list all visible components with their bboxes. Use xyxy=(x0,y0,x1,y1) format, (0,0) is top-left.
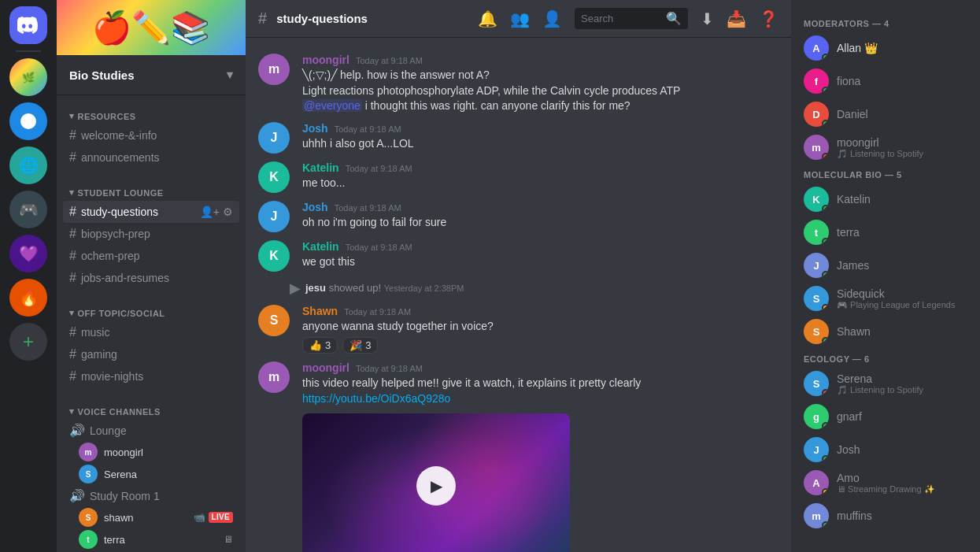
section-student-lounge[interactable]: ▾ STUDENT LOUNGE xyxy=(63,184,239,201)
member-amo[interactable]: A Amo 🖥 Streaming Drawing ✨ xyxy=(797,466,974,499)
channel-ochem-prep[interactable]: # ochem-prep xyxy=(63,245,239,267)
message-author[interactable]: Shawn xyxy=(302,305,338,317)
voice-user-shawn[interactable]: S shawn 📹 LIVE xyxy=(63,506,239,528)
play-button[interactable]: ▶ xyxy=(416,466,456,506)
channel-study-questions[interactable]: # study-questions 👤+ ⚙ xyxy=(63,201,239,223)
message-group: J Josh Today at 9:18 AM oh no i'm going … xyxy=(246,198,791,235)
message-author[interactable]: Katelin xyxy=(302,161,339,174)
message-author[interactable]: Katelin xyxy=(302,240,339,253)
hash-icon: # xyxy=(69,325,76,339)
channel-music[interactable]: # music xyxy=(63,321,239,343)
message-content: Katelin Today at 9:18 AM we got this xyxy=(302,240,778,272)
member-fiona[interactable]: f fiona xyxy=(797,65,974,98)
download-icon[interactable]: ⬇ xyxy=(701,9,714,28)
hash-icon: # xyxy=(69,271,76,285)
server-icon-3[interactable]: 🌐 xyxy=(9,146,47,184)
help-icon[interactable]: ❓ xyxy=(759,9,778,28)
message-author[interactable]: Josh xyxy=(302,122,328,135)
channel-name: study-questions xyxy=(276,12,368,25)
voice-user-serena[interactable]: S Serena xyxy=(63,463,239,485)
channel-jobs-and-resumes[interactable]: # jobs-and-resumes xyxy=(63,267,239,289)
server-name: Bio Studies xyxy=(69,69,135,82)
voice-user-terra[interactable]: t terra 🖥 xyxy=(63,528,239,550)
member-gnarf[interactable]: g gnarf xyxy=(797,400,974,433)
search-box[interactable]: 🔍 xyxy=(575,8,688,29)
member-activity: 🎵 Listening to Spotify xyxy=(837,385,967,395)
discord-home-icon[interactable] xyxy=(9,6,47,44)
search-icon: 🔍 xyxy=(666,11,682,26)
video-link[interactable]: https://youtu.be/OiDx6aQ928o xyxy=(302,392,450,405)
avatar: t xyxy=(79,530,98,549)
message-group: K Katelin Today at 9:18 AM we got this xyxy=(246,237,791,275)
message-group: m moongirl Today at 9:18 AM this video r… xyxy=(246,358,791,552)
add-server-button[interactable]: + xyxy=(9,323,47,361)
member-name: Katelin xyxy=(837,193,967,206)
member-katelin[interactable]: K Katelin xyxy=(797,183,974,216)
resources-section: ▾ RESOURCES # welcome-&-info # announcem… xyxy=(57,95,246,172)
channel-announcements[interactable]: # announcements xyxy=(63,146,239,169)
video-icon: 📹 xyxy=(194,512,205,523)
message-author[interactable]: moongirl xyxy=(302,54,349,66)
server-icon-6[interactable]: 🔥 xyxy=(9,279,47,317)
channel-welcome[interactable]: # welcome-&-info xyxy=(63,124,239,146)
member-allan[interactable]: A Allan 👑 xyxy=(797,31,974,65)
message-text: oh no i'm going to fail for sure xyxy=(302,215,778,231)
section-off-topic[interactable]: ▾ OFF TOPIC/SOCIAL xyxy=(63,305,239,321)
channel-gaming[interactable]: # gaming xyxy=(63,343,239,365)
message-author[interactable]: Josh xyxy=(302,201,328,213)
hash-icon: # xyxy=(69,227,76,241)
server-icon-5[interactable]: 💜 xyxy=(9,235,47,272)
member-name: Sidequick xyxy=(837,287,967,300)
message-author[interactable]: moongirl xyxy=(302,361,349,374)
message-text: ╲(;▽;)╱ help. how is the answer not A? L… xyxy=(302,68,778,114)
member-shawn[interactable]: S Shawn xyxy=(797,315,974,348)
voice-channel-lounge[interactable]: 🔊 Lounge xyxy=(63,420,239,441)
voice-channel-study-room-1[interactable]: 🔊 Study Room 1 xyxy=(63,485,239,506)
server-icon-4[interactable]: 🎮 xyxy=(9,191,47,228)
channel-biopsych-prep[interactable]: # biopsych-prep xyxy=(63,223,239,245)
member-serena[interactable]: S Serena 🎵 Listening to Spotify xyxy=(797,367,974,400)
status-dot xyxy=(822,120,829,127)
bell-icon[interactable]: 🔔 xyxy=(478,9,497,28)
reaction-thumbsup[interactable]: 👍 3 xyxy=(302,337,338,354)
message-content: Shawn Today at 9:18 AM anyone wanna stud… xyxy=(302,305,778,354)
member-josh[interactable]: J Josh xyxy=(797,433,974,466)
system-icon: ▶ xyxy=(290,280,301,297)
member-terra[interactable]: t terra xyxy=(797,216,974,249)
members-icon[interactable]: 👥 xyxy=(510,9,530,28)
member-muffins[interactable]: m muffins xyxy=(797,499,974,532)
message-content: moongirl Today at 9:18 AM ╲(;▽;)╱ help. … xyxy=(302,54,778,114)
settings-icon[interactable]: ⚙ xyxy=(223,206,233,218)
server-sidebar: 🌿 🌐 🎮 💜 🔥 + xyxy=(0,0,57,552)
channel-movie-nights[interactable]: # movie-nights xyxy=(63,365,239,387)
avatar: t xyxy=(804,220,829,245)
voice-channels-section: ▾ VOICE CHANNELS 🔊 Lounge m moongirl S S… xyxy=(57,391,246,552)
mention: @everyone xyxy=(302,99,362,112)
member-sidequick[interactable]: S Sidequick 🎮 Playing League of Legends xyxy=(797,282,974,315)
section-voice[interactable]: ▾ VOICE CHANNELS xyxy=(63,403,239,420)
avatar: S xyxy=(804,286,829,311)
member-moongirl[interactable]: m moongirl 🎵 Listening to Spotify xyxy=(797,131,974,164)
video-thumbnail[interactable]: ▶ xyxy=(302,413,570,552)
hash-icon: # xyxy=(69,347,76,361)
inbox-icon[interactable]: 📥 xyxy=(727,9,746,28)
message-group: J Josh Today at 9:18 AM uhhh i also got … xyxy=(246,119,791,157)
section-resources[interactable]: ▾ RESOURCES xyxy=(63,108,239,124)
reactions: 👍 3 🎉 3 xyxy=(302,337,778,354)
search-input[interactable] xyxy=(581,13,660,24)
member-james[interactable]: J James xyxy=(797,249,974,282)
chevron-down-icon: ▾ xyxy=(227,68,233,82)
voice-user-moongirl[interactable]: m moongirl xyxy=(63,441,239,463)
hash-icon: # xyxy=(69,128,76,143)
crown-icon: 👑 xyxy=(864,42,878,54)
add-member-icon[interactable]: 👤+ xyxy=(200,206,220,218)
server-header[interactable]: Bio Studies ▾ xyxy=(57,55,246,95)
server-icon-2[interactable] xyxy=(9,102,47,140)
hash-icon: # xyxy=(69,249,76,263)
message-group: K Katelin Today at 9:18 AM me too... xyxy=(246,158,791,196)
status-dot xyxy=(822,337,829,344)
member-daniel[interactable]: D Daniel xyxy=(797,98,974,131)
server-icon-bio-studies[interactable]: 🌿 xyxy=(9,58,47,96)
reaction-party[interactable]: 🎉 3 xyxy=(342,337,378,354)
profile-icon[interactable]: 👤 xyxy=(542,9,562,28)
